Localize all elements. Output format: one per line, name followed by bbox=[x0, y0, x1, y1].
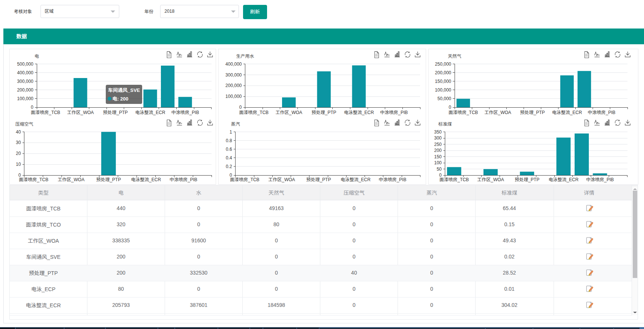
svg-text:0.4: 0.4 bbox=[226, 155, 232, 161]
svg-text:工作区_WOA: 工作区_WOA bbox=[276, 110, 302, 115]
svg-text:标准煤: 标准煤 bbox=[438, 122, 452, 127]
svg-text:电泳整流_ECR: 电泳整流_ECR bbox=[344, 110, 374, 115]
svg-text:面漆喷房_TCB: 面漆喷房_TCB bbox=[230, 177, 260, 182]
svg-text:面漆喷房_TCB: 面漆喷房_TCB bbox=[449, 110, 478, 115]
svg-text:350: 350 bbox=[434, 129, 441, 135]
svg-text:0.6: 0.6 bbox=[226, 147, 232, 152]
svg-text:预处理_PTP: 预处理_PTP bbox=[306, 177, 331, 182]
svg-text:面漆喷房_TCB: 面漆喷房_TCB bbox=[19, 177, 48, 182]
svg-text:100: 100 bbox=[434, 160, 441, 165]
svg-text:面漆喷房_TCB: 面漆喷房_TCB bbox=[439, 177, 469, 182]
svg-text:250: 250 bbox=[434, 142, 441, 147]
svg-text:电泳整流_ECR: 电泳整流_ECR bbox=[552, 110, 582, 115]
svg-text:200,000: 200,000 bbox=[225, 83, 242, 88]
svg-text:30: 30 bbox=[16, 140, 21, 145]
svg-text:中涂喷房_PIB: 中涂喷房_PIB bbox=[588, 110, 615, 115]
svg-text:0: 0 bbox=[239, 105, 242, 110]
svg-text:预处理_PTP: 预处理_PTP bbox=[96, 177, 121, 182]
svg-text:0: 0 bbox=[449, 105, 451, 110]
svg-text:电泳整流_ECR: 电泳整流_ECR bbox=[135, 110, 165, 115]
svg-text:预处理_PTP: 预处理_PTP bbox=[312, 110, 336, 115]
svg-text:200: 200 bbox=[434, 148, 441, 153]
svg-text:40: 40 bbox=[16, 129, 21, 135]
svg-text:电: 电 bbox=[35, 54, 39, 59]
svg-text:工作区_WOA: 工作区_WOA bbox=[58, 177, 84, 182]
svg-text:工作区_WOA: 工作区_WOA bbox=[67, 110, 94, 115]
svg-text:200,000: 200,000 bbox=[17, 87, 34, 93]
svg-text:400,000: 400,000 bbox=[17, 70, 34, 75]
svg-text:工作区_WOA: 工作区_WOA bbox=[268, 177, 295, 182]
svg-text:400,000: 400,000 bbox=[225, 62, 242, 67]
svg-text:生产用水: 生产用水 bbox=[236, 54, 254, 59]
svg-text:150,000: 150,000 bbox=[435, 79, 452, 84]
svg-text:50: 50 bbox=[437, 167, 442, 172]
svg-text:150: 150 bbox=[434, 154, 441, 159]
svg-text:100,000: 100,000 bbox=[17, 96, 34, 101]
svg-text:蒸汽: 蒸汽 bbox=[231, 122, 240, 127]
svg-text:0: 0 bbox=[31, 105, 33, 110]
svg-text:中涂喷房_PIB: 中涂喷房_PIB bbox=[380, 110, 408, 115]
svg-text:预处理_PTP: 预处理_PTP bbox=[520, 110, 545, 115]
svg-text:中涂喷房_PIB: 中涂喷房_PIB bbox=[170, 177, 197, 182]
svg-text:50,000: 50,000 bbox=[437, 96, 451, 101]
svg-text:20: 20 bbox=[16, 151, 21, 156]
svg-text:压缩空气: 压缩空气 bbox=[15, 122, 33, 127]
svg-text:300,000: 300,000 bbox=[225, 72, 242, 78]
svg-text:预处理_PTP: 预处理_PTP bbox=[515, 177, 539, 182]
svg-text:天然气: 天然气 bbox=[448, 54, 461, 59]
svg-text:200,000: 200,000 bbox=[435, 70, 452, 75]
svg-text:中涂喷房_PIB: 中涂喷房_PIB bbox=[378, 177, 406, 182]
svg-text:100,000: 100,000 bbox=[225, 94, 242, 99]
svg-text:300,000: 300,000 bbox=[17, 79, 34, 84]
svg-text:面漆喷房_TCB: 面漆喷房_TCB bbox=[31, 110, 60, 115]
svg-text:中涂喷房_PIB: 中涂喷房_PIB bbox=[586, 177, 614, 182]
svg-text:500,000: 500,000 bbox=[17, 62, 34, 67]
svg-text:预处理_PTP: 预处理_PTP bbox=[103, 110, 128, 115]
svg-text:电泳整流_ECR: 电泳整流_ECR bbox=[131, 177, 161, 182]
svg-text:0.8: 0.8 bbox=[226, 138, 232, 143]
svg-text:300: 300 bbox=[434, 135, 441, 141]
svg-text:1: 1 bbox=[230, 129, 232, 135]
svg-text:中涂喷房_PIB: 中涂喷房_PIB bbox=[171, 110, 199, 115]
svg-text:电泳整流_ECR: 电泳整流_ECR bbox=[548, 177, 578, 182]
svg-text:工作区_WOA: 工作区_WOA bbox=[477, 177, 504, 182]
svg-text:工作区_WOA: 工作区_WOA bbox=[485, 110, 511, 115]
svg-text:面漆喷房_TCB: 面漆喷房_TCB bbox=[239, 110, 269, 115]
svg-text:10: 10 bbox=[16, 162, 21, 167]
svg-text:电泳整流_ECR: 电泳整流_ECR bbox=[341, 177, 371, 182]
svg-text:100,000: 100,000 bbox=[435, 87, 452, 93]
svg-text:250,000: 250,000 bbox=[435, 62, 452, 67]
svg-text:0.2: 0.2 bbox=[226, 164, 232, 169]
